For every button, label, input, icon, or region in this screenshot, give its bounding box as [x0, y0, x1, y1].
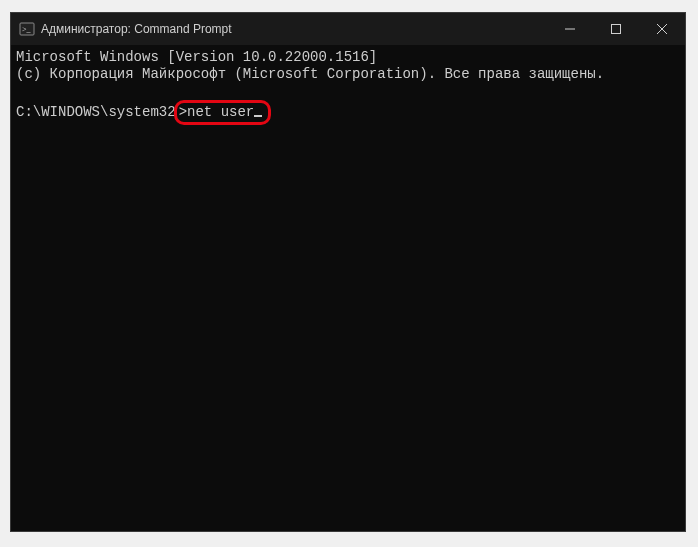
close-button[interactable]: [639, 13, 685, 45]
window-controls: [547, 13, 685, 45]
svg-rect-3: [612, 25, 621, 34]
prompt-path: C:\WINDOWS\system32: [16, 104, 176, 120]
maximize-button[interactable]: [593, 13, 639, 45]
command-prompt-window: >_ Администратор: Command Prompt Microso…: [10, 12, 686, 532]
text-cursor: [254, 115, 262, 117]
output-line-copyright: (c) Корпорация Майкрософт (Microsoft Cor…: [16, 66, 604, 82]
titlebar[interactable]: >_ Администратор: Command Prompt: [11, 13, 685, 45]
svg-text:>_: >_: [22, 25, 32, 34]
cmd-icon: >_: [19, 21, 35, 37]
typed-command: net user: [187, 104, 254, 120]
output-line-version: Microsoft Windows [Version 10.0.22000.15…: [16, 49, 377, 65]
prompt-char: >: [179, 104, 187, 120]
window-title: Администратор: Command Prompt: [41, 22, 547, 36]
minimize-button[interactable]: [547, 13, 593, 45]
command-highlight: >net user: [174, 100, 272, 125]
terminal-output[interactable]: Microsoft Windows [Version 10.0.22000.15…: [11, 45, 685, 531]
